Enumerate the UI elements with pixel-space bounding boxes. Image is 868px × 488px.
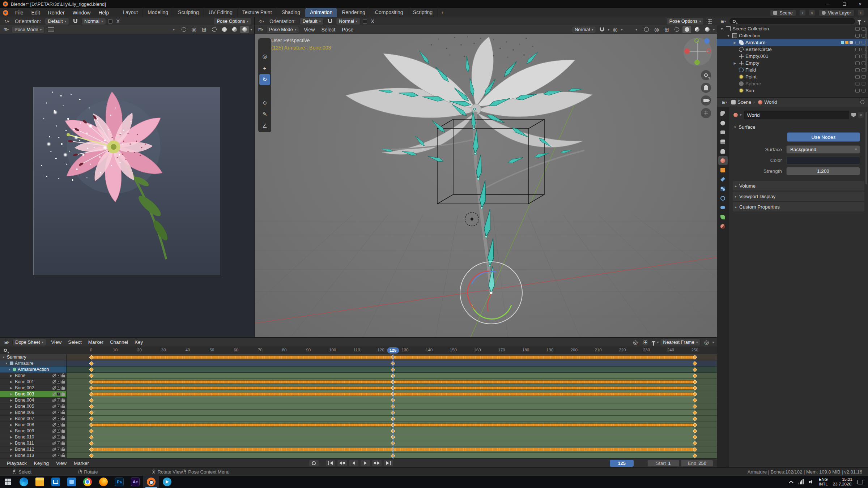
channel-row[interactable]: ▶ Bone.003 ✓ (0, 391, 66, 397)
channel-enable-checkbox[interactable]: ✓ (57, 392, 60, 396)
play-button[interactable] (361, 460, 370, 466)
channel-expand-icon[interactable]: ▶ (10, 423, 13, 427)
pose-options-dropdown[interactable]: Pose Options▾ (214, 18, 251, 25)
hide-viewport-toggle[interactable] (855, 34, 860, 38)
dope-sheet-menu-item[interactable]: Select (65, 338, 85, 347)
menu-item[interactable]: File (11, 8, 27, 17)
channel-expand-icon[interactable]: ▶ (10, 411, 13, 414)
dope-sheet-menu-item[interactable]: Key (131, 338, 146, 347)
current-frame-badge[interactable]: 125 (387, 347, 399, 354)
main-3d-viewport[interactable]: User Perspective (125) Armature : Bone.0… (255, 34, 717, 337)
key-lane[interactable] (67, 379, 717, 385)
channel-row[interactable]: ▼ Armature ✓ (0, 360, 66, 367)
channel-expand-icon[interactable]: ▶ (10, 405, 13, 408)
key-lane[interactable] (67, 403, 717, 410)
outliner-row[interactable]: Sun (717, 87, 868, 94)
mode-dropdown[interactable]: Pose Mode▾ (266, 26, 299, 33)
frame-end-field[interactable]: End250 (681, 460, 713, 467)
show-overlays-toggle[interactable]: ◎ (652, 26, 661, 33)
tool-button[interactable]: ↻ (259, 74, 270, 85)
tool-button[interactable]: ◎ (259, 51, 270, 62)
channel-enable-checkbox[interactable]: ✓ (57, 435, 60, 439)
proportional-dropdown-icon[interactable]: ▾ (712, 341, 714, 344)
start-button[interactable] (0, 476, 16, 488)
playback-menu-item[interactable]: View (53, 459, 70, 468)
shading-rendered-button[interactable] (240, 26, 249, 33)
outliner-row[interactable]: Sphere (717, 80, 868, 87)
collapsed-section-header[interactable]: ▸Custom Properties (733, 202, 864, 211)
channel-enable-checkbox[interactable]: ✓ (57, 380, 60, 384)
channel-lock-icon[interactable] (61, 399, 65, 402)
channel-enable-checkbox[interactable]: ✓ (57, 448, 60, 451)
channel-lock-icon[interactable] (61, 424, 65, 427)
snap-dropdown-icon[interactable]: ▾ (608, 28, 609, 31)
editor-type-button[interactable]: ⊞▾ (3, 339, 11, 346)
taskbar-app-button[interactable] (95, 476, 111, 488)
maximize-button[interactable] (836, 0, 852, 8)
auto-keyframe-toggle[interactable] (309, 460, 319, 466)
show-gizmo-toggle[interactable] (642, 26, 651, 33)
channel-row[interactable]: ▶ Bone ✓ (0, 373, 66, 379)
channel-modifier-icon[interactable] (52, 442, 56, 445)
properties-tab[interactable] (718, 213, 728, 221)
tool-button[interactable] (259, 86, 270, 97)
taskbar-app-button[interactable] (16, 476, 32, 488)
tool-button[interactable] (259, 39, 270, 50)
outliner-row[interactable]: ▼ Collection (717, 32, 868, 39)
menu-item[interactable]: Render (44, 8, 69, 17)
tool-button[interactable]: ✎ (259, 109, 270, 120)
mirror-x-checkbox[interactable] (363, 19, 367, 23)
workspace-tab[interactable]: Compositing (370, 8, 408, 17)
channel-row[interactable]: ▼ Summary ✓ (0, 354, 66, 360)
channel-enable-checkbox[interactable]: ✓ (57, 454, 60, 457)
workspace-tab[interactable]: Texture Paint (238, 8, 277, 17)
channel-enable-checkbox[interactable]: ✓ (57, 429, 60, 433)
workspace-tab[interactable]: Layout (118, 8, 143, 17)
channel-row[interactable]: ▶ Bone.008 ✓ (0, 422, 66, 428)
xray-toggle[interactable]: ⊞ (200, 26, 208, 33)
color-swatch[interactable] (786, 156, 860, 164)
hide-viewport-toggle[interactable] (855, 89, 860, 93)
prev-keyframe-button[interactable] (337, 460, 347, 466)
hide-viewport-toggle[interactable] (855, 48, 860, 51)
fake-user-shield-icon[interactable] (851, 113, 856, 117)
tool-button[interactable]: ◇ (259, 97, 270, 108)
show-overlays-toggle[interactable]: ◎ (190, 26, 198, 33)
channel-expand-icon[interactable]: ▶ (10, 380, 13, 384)
properties-tab[interactable] (718, 175, 728, 184)
left-3d-viewport[interactable] (0, 34, 255, 337)
x-axis-ball[interactable] (684, 48, 690, 54)
channel-lock-icon[interactable] (61, 406, 65, 408)
channel-enable-checkbox[interactable]: ✓ (57, 417, 60, 420)
outliner-row[interactable]: ▶ Empty (717, 60, 868, 67)
channel-row[interactable]: ▶ Bone.010 ✓ (0, 434, 66, 440)
channel-row[interactable]: ▶ Bone.002 ✓ (0, 385, 66, 391)
menu-item[interactable]: Edit (27, 8, 44, 17)
channel-row[interactable]: ▶ Bone.004 ✓ (0, 397, 66, 403)
disable-render-toggle[interactable] (861, 89, 866, 93)
properties-tab[interactable] (718, 109, 728, 118)
shading-material-button[interactable] (230, 26, 239, 33)
next-keyframe-button[interactable] (372, 460, 382, 466)
orientation-dropdown[interactable]: Default▾ (45, 18, 69, 25)
channel-enable-checkbox[interactable]: ✓ (57, 441, 60, 445)
taskbar-app-button[interactable] (143, 476, 159, 488)
channel-row[interactable]: ▶ Bone.006 ✓ (0, 410, 66, 416)
surface-section-header[interactable]: ▾Surface (732, 122, 865, 132)
orientation-dropdown[interactable]: Default▾ (299, 18, 324, 25)
shading-solid-button[interactable] (682, 26, 691, 33)
visibility-dropdown[interactable]: ▾ (169, 26, 178, 33)
snap-toggle[interactable] (326, 18, 334, 25)
properties-tab[interactable] (718, 184, 728, 193)
hide-viewport-toggle[interactable] (855, 82, 860, 86)
dope-sheet-mode-dropdown[interactable]: Dope Sheet▾ (12, 339, 46, 346)
active-tool-icon[interactable]: ↻▾ (3, 18, 11, 25)
proportional-dropdown-icon[interactable]: ▾ (621, 28, 623, 31)
channel-lock-icon[interactable] (61, 412, 65, 414)
dope-sheet-menu-item[interactable]: View (48, 338, 65, 347)
header-menu-icon[interactable] (48, 27, 54, 31)
channel-expand-icon[interactable]: ▼ (5, 362, 8, 365)
minimize-button[interactable] (820, 0, 836, 8)
channel-enable-checkbox[interactable]: ✓ (57, 386, 60, 390)
filter-dropdown-icon[interactable]: ▾ (864, 20, 865, 23)
